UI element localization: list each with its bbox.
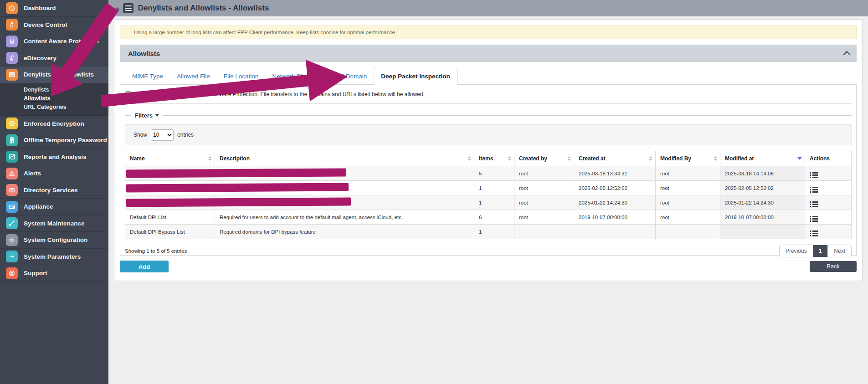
cell-description: Required for users to add account to the… [215,210,474,225]
cell-modified-at: 2025-02-05 12:52:02 [720,181,805,195]
sidebar-item-support[interactable]: Support [0,265,108,282]
cell-actions [805,210,852,225]
cell-items: 1 [474,195,514,210]
cell-modified-by [656,225,720,239]
column-label: Description [220,155,250,162]
filters-fieldset: Filters [125,112,852,119]
entries-label: entries [177,132,194,138]
actions-menu-icon[interactable] [810,172,818,178]
pagination-page-1[interactable]: 1 [813,245,828,257]
tab-network-share[interactable]: Network Share [265,68,319,84]
cell-items: 1 [474,181,514,195]
sidebar-item-directory-services[interactable]: Directory Services [0,182,108,199]
sidebar-item-label: Content Aware Protection [24,38,99,45]
panel-title: Allowlists [128,50,160,57]
sidebar-item-reports-and-analysis[interactable]: Reports and Analysis [0,149,108,166]
column-header-modified-at[interactable]: Modified at [720,151,805,166]
cell-modified-at: 2025-03-18 14:14:08 [720,166,805,181]
sidebar-nav: DashboardDevice ControlContent Aware Pro… [0,0,108,282]
pagination: Previous 1 Next [779,245,852,257]
ediscovery-icon [6,52,18,64]
sidebar-subitem-denylists[interactable]: Denylists [0,86,108,94]
sidebar-item-label: Appliance [24,203,53,210]
cell-modified-at [720,225,805,239]
page-list-icon [123,3,134,13]
column-header-modified-by[interactable]: Modified By [656,151,720,166]
sidebar-item-appliance[interactable]: Appliance [0,199,108,215]
sort-icon [508,156,511,161]
cell-created-at: 2025-02-05 12:52:02 [574,181,656,195]
tab-content: available for Content Aware Protection. … [120,84,857,256]
column-label: Actions [810,155,830,162]
sidebar-item-system-parameters[interactable]: System Parameters [0,249,108,266]
sidebar-item-offline-temporary-password[interactable]: Offline Temporary Password [0,132,108,149]
pagination-next[interactable]: Next [827,245,851,257]
column-header-items[interactable]: Items [474,151,514,166]
table-header-row: NameDescriptionItemsCreated byCreated at… [125,151,852,166]
sort-icon [714,156,717,161]
sidebar-item-label: Denylists and Allowlists [24,71,94,78]
actions-menu-icon[interactable] [810,187,818,193]
back-button[interactable]: Back [810,261,857,272]
tab-e-mail-domain[interactable]: E-mail Domain [320,68,374,84]
cell-description: Required domains for DPI bypass feature [215,225,474,239]
cell-created-by: root [514,181,574,195]
actions-menu-icon[interactable] [810,216,818,222]
allowlists-panel-header: Allowlists [120,45,857,62]
cell-items: 6 [474,210,514,225]
sidebar-item-enforced-encryption[interactable]: Enforced Encryption [0,116,108,133]
collapse-sidebar-button[interactable]: « [115,4,120,13]
tab-allowed-file[interactable]: Allowed File [170,68,217,84]
sort-icon [649,156,652,161]
filters-toggle[interactable]: Filters [131,112,163,119]
notice-text: Using a large number of long lists can a… [134,30,396,35]
cell-created-by: root [514,210,574,225]
sidebar-subitem-allowlists[interactable]: Allowlists [0,94,108,103]
tab-mime-type[interactable]: MIME Type [125,68,170,84]
pagination-previous[interactable]: Previous [780,245,813,257]
sidebar-item-denylists-and-allowlists[interactable]: Denylists and Allowlists [0,67,108,83]
sidebar-item-label: Reports and Analysis [24,154,87,160]
sidebar-item-ediscovery[interactable]: eDiscovery [0,50,108,67]
sidebar-item-system-maintenance[interactable]: System Maintenance [0,215,108,232]
cell-created-by: root [514,195,574,210]
sidebar-submenu: DenylistsAllowlistsURL Categories [0,83,108,116]
cell-name: Default DPI Bypass List [125,225,215,239]
column-label: Modified at [725,155,754,162]
cell-created-at: 2025-01-22 14:24:30 [574,195,656,210]
cell-created-by: root [514,166,574,181]
tab-deep-packet-inspection[interactable]: Deep Packet Inspection [374,68,457,85]
redaction-bar [126,197,351,207]
tab-file-location[interactable]: File Location [217,68,266,84]
dashboard-icon [6,2,18,14]
add-button[interactable]: Add [120,261,169,272]
column-header-description[interactable]: Description [215,151,474,166]
column-header-created-at[interactable]: Created at [574,151,656,166]
sidebar-subitem-url-categories[interactable]: URL Categories [0,103,108,112]
reports-icon [6,151,18,163]
entries-select[interactable]: 10 [151,129,174,141]
column-header-name[interactable]: Name [125,151,215,166]
tab-description-row: available for Content Aware Protection. … [120,85,856,97]
collapse-panel-icon[interactable] [843,51,851,58]
column-header-created-by[interactable]: Created by [514,151,574,166]
alerts-icon [6,168,18,179]
table-footer: Showing 1 to 5 of 5 entries Previous 1 N… [125,245,852,257]
content-card: Using a large number of long lists can a… [114,19,863,281]
cell-created-at [574,225,656,239]
sidebar-item-system-configuration[interactable]: System Configuration [0,232,108,249]
sidebar-item-dashboard[interactable]: Dashboard [0,0,108,17]
tab-bar: MIME TypeAllowed FileFile LocationNetwor… [120,67,857,84]
sidebar-item-device-control[interactable]: Device Control [0,17,108,34]
cell-actions [805,225,852,239]
sidebar-item-label: Offline Temporary Password [24,137,107,143]
actions-menu-icon[interactable] [810,230,818,236]
actions-menu-icon[interactable] [810,201,818,207]
sidebar-item-content-aware-protection[interactable]: Content Aware Protection [0,33,108,50]
performance-notice: Using a large number of long lists can a… [120,26,857,39]
top-bar: « Denylists and Allowlists - Allowlists [108,0,868,16]
sidebar-item-label: Dashboard [24,5,56,11]
cell-modified-by: root [656,166,720,181]
sidebar-item-alerts[interactable]: Alerts [0,165,108,182]
cell-modified-by: root [656,181,720,195]
